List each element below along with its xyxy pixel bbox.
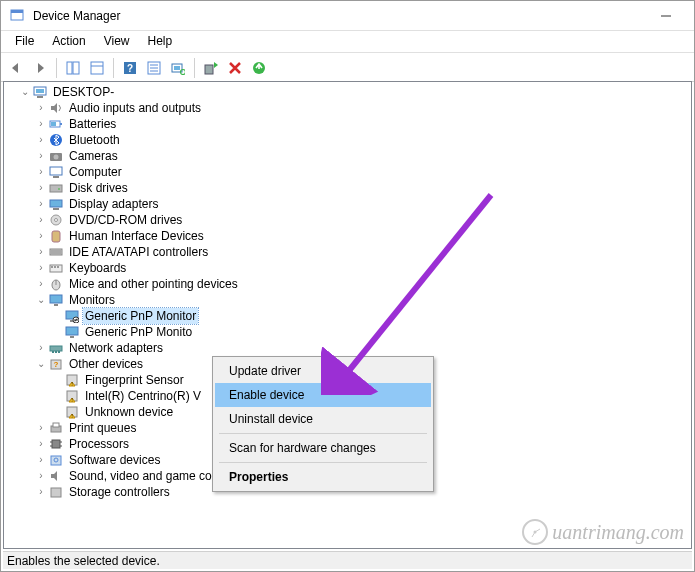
chevron-right-icon[interactable]: › — [34, 117, 48, 131]
ctx-properties[interactable]: Properties — [215, 465, 431, 489]
tree-node-hid[interactable]: ›Human Interface Devices — [4, 228, 691, 244]
chevron-right-icon[interactable]: › — [34, 245, 48, 259]
chevron-right-icon[interactable]: › — [34, 213, 48, 227]
other-devices-icon: ? — [48, 356, 64, 372]
tree-node-monitors[interactable]: ⌄Monitors — [4, 292, 691, 308]
sound-icon — [48, 468, 64, 484]
uninstall-button[interactable] — [224, 57, 246, 79]
tree-node-computer[interactable]: ›Computer — [4, 164, 691, 180]
chevron-right-icon[interactable]: › — [34, 133, 48, 147]
tree-root[interactable]: ⌄ DESKTOP- — [4, 84, 691, 100]
window-title: Device Manager — [33, 9, 646, 23]
statusbar: Enables the selected device. — [3, 551, 692, 569]
tree-node-display[interactable]: ›Display adapters — [4, 196, 691, 212]
bluetooth-icon — [48, 132, 64, 148]
back-button[interactable] — [5, 57, 27, 79]
forward-button[interactable] — [29, 57, 51, 79]
tree-node-batteries[interactable]: ›Batteries — [4, 116, 691, 132]
tree-node-ide[interactable]: ›IDE ATA/ATAPI controllers — [4, 244, 691, 260]
node-label: Keyboards — [67, 260, 128, 276]
chevron-right-icon[interactable]: › — [34, 229, 48, 243]
chevron-right-icon[interactable]: › — [34, 453, 48, 467]
ctx-enable-device[interactable]: Enable device — [215, 383, 431, 407]
tree-node-monitor1[interactable]: Generic PnP Monitor — [4, 308, 691, 324]
tree-node-monitor2[interactable]: Generic PnP Monito — [4, 324, 691, 340]
svg-rect-52 — [50, 346, 62, 351]
svg-rect-71 — [51, 456, 61, 465]
ctx-separator — [219, 462, 427, 463]
ctx-scan-hardware[interactable]: Scan for hardware changes — [215, 436, 431, 460]
properties-button[interactable] — [86, 57, 108, 79]
tree-node-network[interactable]: ›Network adapters — [4, 340, 691, 356]
network-icon — [48, 340, 64, 356]
tree-node-mice[interactable]: ›Mice and other pointing devices — [4, 276, 691, 292]
battery-icon — [48, 116, 64, 132]
ctx-uninstall-device[interactable]: Uninstall device — [215, 407, 431, 431]
svg-rect-22 — [60, 123, 62, 125]
tree-node-disk-drives[interactable]: ›Disk drives — [4, 180, 691, 196]
display-adapter-icon — [48, 196, 64, 212]
help-button[interactable]: ? — [119, 57, 141, 79]
svg-text:?: ? — [127, 63, 133, 74]
svg-rect-50 — [66, 327, 78, 335]
ctx-separator — [219, 433, 427, 434]
toolbar-separator — [56, 58, 57, 78]
svg-text:?: ? — [54, 360, 59, 369]
menu-file[interactable]: File — [7, 32, 42, 50]
chevron-right-icon[interactable]: › — [34, 277, 48, 291]
chevron-right-icon[interactable]: › — [34, 485, 48, 499]
svg-rect-40 — [51, 266, 53, 268]
toolbar-separator — [113, 58, 114, 78]
chevron-right-icon[interactable]: › — [34, 149, 48, 163]
chevron-right-icon[interactable]: › — [34, 181, 48, 195]
titlebar: Device Manager — [1, 1, 694, 31]
svg-rect-1 — [11, 10, 23, 13]
scan-hardware-button[interactable] — [167, 57, 189, 79]
action-list-button[interactable] — [143, 57, 165, 79]
chevron-down-icon[interactable]: ⌄ — [34, 293, 48, 307]
svg-rect-45 — [50, 295, 62, 303]
node-label: Human Interface Devices — [67, 228, 206, 244]
context-menu: Update driver Enable device Uninstall de… — [212, 356, 434, 492]
tree-node-keyboards[interactable]: ›Keyboards — [4, 260, 691, 276]
svg-rect-3 — [67, 62, 72, 74]
tree-node-dvd[interactable]: ›DVD/CD-ROM drives — [4, 212, 691, 228]
node-label: Storage controllers — [67, 484, 172, 500]
chevron-right-icon[interactable]: › — [34, 469, 48, 483]
keyboard-icon — [48, 260, 64, 276]
enable-button[interactable] — [248, 57, 270, 79]
chevron-right-icon[interactable]: › — [34, 165, 48, 179]
chevron-down-icon[interactable]: ⌄ — [34, 357, 48, 371]
tree-node-bluetooth[interactable]: ›Bluetooth — [4, 132, 691, 148]
camera-icon — [48, 148, 64, 164]
node-label: Disk drives — [67, 180, 130, 196]
ide-icon — [48, 244, 64, 260]
menu-view[interactable]: View — [96, 32, 138, 50]
menu-action[interactable]: Action — [44, 32, 93, 50]
tree-node-audio[interactable]: ›Audio inputs and outputs — [4, 100, 691, 116]
chevron-right-icon[interactable]: › — [34, 341, 48, 355]
monitor-icon — [48, 292, 64, 308]
tree-node-cameras[interactable]: ›Cameras — [4, 148, 691, 164]
svg-rect-36 — [50, 249, 62, 255]
ctx-update-driver[interactable]: Update driver — [215, 359, 431, 383]
menu-help[interactable]: Help — [140, 32, 181, 50]
chevron-down-icon[interactable]: ⌄ — [18, 85, 32, 99]
chevron-right-icon[interactable]: › — [34, 421, 48, 435]
svg-rect-35 — [52, 231, 60, 242]
chevron-right-icon[interactable]: › — [34, 197, 48, 211]
svg-rect-5 — [91, 62, 103, 74]
node-label: DVD/CD-ROM drives — [67, 212, 184, 228]
node-label: Unknown device — [83, 404, 175, 420]
warning-device-icon: ! — [64, 388, 80, 404]
chevron-right-icon[interactable]: › — [34, 101, 48, 115]
show-hide-tree-button[interactable] — [62, 57, 84, 79]
svg-rect-4 — [73, 62, 79, 74]
chevron-right-icon[interactable]: › — [34, 437, 48, 451]
svg-rect-55 — [58, 351, 60, 353]
node-label: Network adapters — [67, 340, 165, 356]
update-driver-button[interactable] — [200, 57, 222, 79]
chevron-right-icon[interactable]: › — [34, 261, 48, 275]
minimize-button[interactable] — [646, 2, 686, 30]
computer-icon — [32, 84, 48, 100]
